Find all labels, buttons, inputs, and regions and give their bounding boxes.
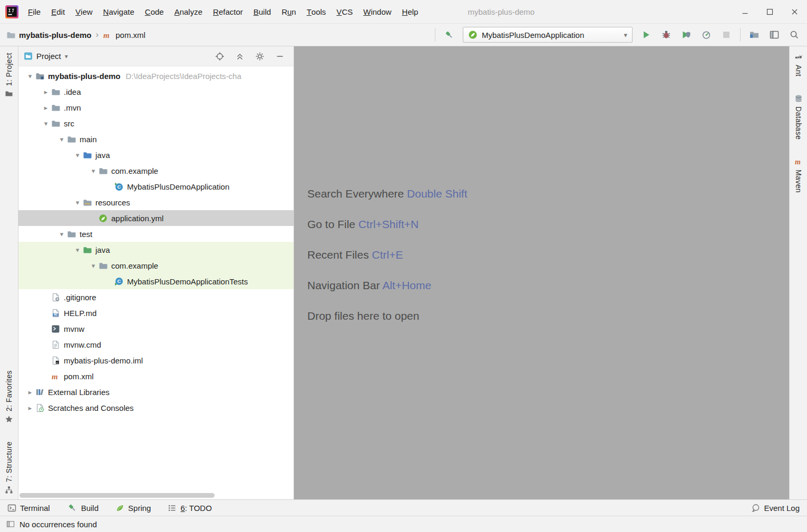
tree-row-mvn[interactable]: ▸.mvn [18, 100, 294, 115]
tree-row-java[interactable]: ▾java [18, 242, 294, 258]
tool-button-maven[interactable]: mMaven [794, 157, 803, 193]
search-everywhere-button[interactable] [788, 28, 801, 41]
breadcrumb-separator: › [95, 29, 100, 40]
menu-window[interactable]: Window [358, 0, 396, 23]
tree-row-main[interactable]: ▾main [18, 131, 294, 147]
tree-item-label: application.yml [111, 214, 163, 223]
run-configuration-select[interactable]: MybatisPlusDemoApplication ▾ [463, 27, 633, 43]
settings-button[interactable] [254, 50, 266, 63]
menu-edit[interactable]: Edit [46, 0, 70, 23]
chevron-right-icon[interactable]: ▸ [25, 388, 35, 396]
menu-run[interactable]: Run [276, 0, 302, 23]
locate-button[interactable] [213, 50, 226, 63]
menu-build[interactable]: Build [248, 0, 276, 23]
project-panel-title[interactable]: Project [36, 52, 61, 61]
tool-window-toggle-icon[interactable] [6, 520, 15, 528]
chevron-right-icon[interactable]: ▸ [41, 88, 51, 96]
tree-row-mvnw[interactable]: mvnw [18, 321, 294, 337]
resources-folder-icon [83, 198, 92, 207]
tool-button-1-project[interactable]: 1: Project [5, 53, 13, 98]
menu-navigate[interactable]: Navigate [98, 0, 140, 23]
tree-row-com-example[interactable]: ▾com.example [18, 163, 294, 179]
tree-item-label: main [80, 135, 97, 144]
minimize-icon [741, 7, 750, 16]
chevron-down-icon[interactable]: ▾ [72, 199, 83, 206]
debug-button[interactable] [660, 28, 673, 41]
close-button[interactable] [782, 0, 807, 23]
chevron-down-icon[interactable]: ▾ [72, 151, 83, 159]
tool-button-ant[interactable]: Ant [794, 53, 803, 76]
chevron-right-icon[interactable]: ▸ [41, 104, 51, 112]
tree-row-com-example[interactable]: ▾com.example [18, 258, 294, 273]
tree-row-src[interactable]: ▾src [18, 115, 294, 131]
chevron-down-icon[interactable]: ▾ [88, 262, 99, 270]
menu-file[interactable]: File [23, 0, 46, 23]
left-stripe-top: 1: Project [5, 53, 13, 98]
tree-row-pom-xml[interactable]: mpom.xml [18, 368, 294, 384]
horizontal-scrollbar-thumb[interactable] [20, 493, 215, 498]
tool-window-button-build[interactable]: Build [67, 503, 99, 513]
run-with-coverage-button[interactable] [680, 28, 693, 41]
breadcrumb-project[interactable]: mybatis-plus-demo [19, 31, 92, 40]
chevron-right-icon[interactable]: ▸ [25, 404, 35, 412]
tree-row-mybatisplusdemoapplicationtests[interactable]: CMybatisPlusDemoApplicationTests [18, 273, 294, 289]
tool-button-7-structure[interactable]: 7: Structure [5, 441, 13, 494]
project-structure-button[interactable] [748, 28, 761, 41]
terminal-icon [7, 504, 16, 513]
shortcut-hint: Search Everywhere Double Shift [307, 186, 789, 201]
chevron-down-icon[interactable]: ▾ [25, 72, 35, 80]
chevron-down-icon[interactable]: ▾ [88, 167, 99, 175]
tree-row-mybatisplusdemoapplication[interactable]: CMybatisPlusDemoApplication [18, 179, 294, 194]
menu-refactor[interactable]: Refactor [208, 0, 248, 23]
chevron-down-icon[interactable]: ▾ [41, 120, 51, 127]
menu-code[interactable]: Code [140, 0, 169, 23]
tree-row-help-md[interactable]: MDHELP.md [18, 305, 294, 321]
tool-button-database[interactable]: Database [794, 94, 803, 140]
chevron-down-icon[interactable]: ▾ [56, 230, 67, 238]
tool-window-button-event-log[interactable]: Event Log [751, 504, 800, 513]
hide-button[interactable] [274, 50, 286, 63]
folder-icon [51, 119, 60, 128]
tree-row-java[interactable]: ▾java [18, 147, 294, 163]
chevron-down-icon[interactable]: ▾ [65, 53, 68, 60]
spring-leaf-icon [115, 504, 124, 513]
tree-row-application-yml[interactable]: application.yml [18, 210, 294, 226]
package-icon [99, 261, 108, 270]
project-folder-icon [35, 72, 44, 81]
tree-row-idea[interactable]: ▸.idea [18, 84, 294, 100]
tool-window-button-label: Spring [128, 504, 151, 513]
run-button[interactable] [640, 28, 653, 41]
tool-window-button-terminal[interactable]: Terminal [7, 504, 50, 513]
menu-analyze[interactable]: Analyze [169, 0, 208, 23]
spring-boot-icon [468, 30, 478, 40]
tree-row-mybatis-plus-demo-iml[interactable]: mybatis-plus-demo.iml [18, 352, 294, 368]
minimize-button[interactable] [733, 0, 757, 23]
tool-windows-button[interactable] [768, 28, 781, 41]
maximize-button[interactable] [757, 0, 782, 23]
project-tool-icon [5, 90, 13, 98]
menu-vcs[interactable]: VCS [331, 0, 358, 23]
tree-row-mvnw-cmd[interactable]: mvnw.cmd [18, 337, 294, 352]
tool-window-button-6-todo[interactable]: 6: TODO [168, 504, 211, 513]
run-with-profiler-button[interactable] [700, 28, 713, 41]
tool-button-label: 7: Structure [5, 441, 13, 482]
tool-button-2-favorites[interactable]: 2: Favorites [5, 370, 13, 423]
menu-help[interactable]: Help [397, 0, 424, 23]
tree-row-mybatis-plus-demo[interactable]: ▾mybatis-plus-demoD:\IdeaProjects\IdeaPr… [18, 68, 294, 84]
shortcut-keys: Ctrl+Shift+N [358, 218, 419, 230]
tool-window-button-spring[interactable]: Spring [115, 504, 151, 513]
chevron-down-icon[interactable]: ▾ [56, 135, 67, 143]
breadcrumb-file[interactable]: pom.xml [115, 31, 145, 40]
tree-row-scratches-and-consoles[interactable]: ▸Scratches and Consoles [18, 400, 294, 416]
tree-row-gitignore[interactable]: .gitignore [18, 289, 294, 305]
project-structure-icon [749, 29, 760, 40]
menu-view[interactable]: View [70, 0, 98, 23]
svg-text:m: m [795, 158, 801, 166]
chevron-down-icon[interactable]: ▾ [72, 246, 83, 254]
collapse-all-button[interactable] [234, 50, 246, 63]
tree-row-test[interactable]: ▾test [18, 226, 294, 242]
menu-tools[interactable]: Tools [302, 0, 332, 23]
tree-row-external-libraries[interactable]: ▸External Libraries [18, 384, 294, 400]
tree-row-resources[interactable]: ▾resources [18, 194, 294, 210]
build-project-button[interactable] [443, 28, 455, 41]
